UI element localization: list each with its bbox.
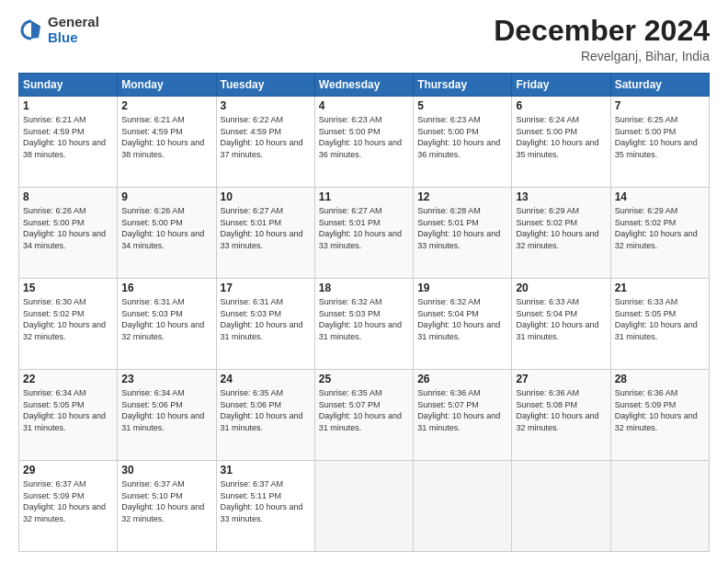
table-row: 17Sunrise: 6:31 AM Sunset: 5:03 PM Dayli… <box>216 279 314 370</box>
day-info: Sunrise: 6:24 AM Sunset: 5:00 PM Dayligh… <box>516 114 606 160</box>
day-info: Sunrise: 6:25 AM Sunset: 5:00 PM Dayligh… <box>615 114 705 160</box>
calendar-week-row: 15Sunrise: 6:30 AM Sunset: 5:02 PM Dayli… <box>19 279 710 370</box>
day-info: Sunrise: 6:29 AM Sunset: 5:02 PM Dayligh… <box>516 205 606 251</box>
table-row: 5Sunrise: 6:23 AM Sunset: 5:00 PM Daylig… <box>414 97 512 188</box>
table-row: 21Sunrise: 6:33 AM Sunset: 5:05 PM Dayli… <box>610 279 709 370</box>
day-info: Sunrise: 6:23 AM Sunset: 5:00 PM Dayligh… <box>319 114 409 160</box>
table-row: 8Sunrise: 6:26 AM Sunset: 5:00 PM Daylig… <box>19 188 118 279</box>
table-row: 20Sunrise: 6:33 AM Sunset: 5:04 PM Dayli… <box>512 279 610 370</box>
table-row: 6Sunrise: 6:24 AM Sunset: 5:00 PM Daylig… <box>512 97 610 188</box>
day-number: 4 <box>319 99 409 112</box>
table-row: 16Sunrise: 6:31 AM Sunset: 5:03 PM Dayli… <box>118 279 216 370</box>
table-row: 29Sunrise: 6:37 AM Sunset: 5:09 PM Dayli… <box>19 461 118 552</box>
table-row: 14Sunrise: 6:29 AM Sunset: 5:02 PM Dayli… <box>610 188 709 279</box>
table-row: 15Sunrise: 6:30 AM Sunset: 5:02 PM Dayli… <box>19 279 118 370</box>
col-tuesday: Tuesday <box>216 74 314 97</box>
table-row: 2Sunrise: 6:21 AM Sunset: 4:59 PM Daylig… <box>118 97 216 188</box>
logo: General Blue <box>18 15 99 45</box>
day-info: Sunrise: 6:30 AM Sunset: 5:02 PM Dayligh… <box>23 296 113 342</box>
day-info: Sunrise: 6:31 AM Sunset: 5:03 PM Dayligh… <box>221 296 311 342</box>
day-number: 24 <box>221 373 311 385</box>
day-number: 12 <box>417 190 507 203</box>
day-info: Sunrise: 6:33 AM Sunset: 5:04 PM Dayligh… <box>516 296 606 342</box>
day-info: Sunrise: 6:35 AM Sunset: 5:06 PM Dayligh… <box>221 387 311 433</box>
day-number: 13 <box>516 190 606 203</box>
logo-general-text: General <box>48 15 99 30</box>
day-number: 17 <box>221 282 311 294</box>
day-number: 27 <box>516 373 606 385</box>
day-number: 8 <box>23 190 113 203</box>
table-row: 11Sunrise: 6:27 AM Sunset: 5:01 PM Dayli… <box>314 188 413 279</box>
calendar-week-row: 1Sunrise: 6:21 AM Sunset: 4:59 PM Daylig… <box>19 97 710 188</box>
calendar-week-row: 22Sunrise: 6:34 AM Sunset: 5:05 PM Dayli… <box>19 370 710 461</box>
day-info: Sunrise: 6:22 AM Sunset: 4:59 PM Dayligh… <box>221 114 311 160</box>
calendar-header-row: Sunday Monday Tuesday Wednesday Thursday… <box>19 74 710 97</box>
day-number: 30 <box>121 464 211 477</box>
day-number: 7 <box>615 99 705 112</box>
table-row: 26Sunrise: 6:36 AM Sunset: 5:07 PM Dayli… <box>414 370 512 461</box>
calendar-week-row: 8Sunrise: 6:26 AM Sunset: 5:00 PM Daylig… <box>19 188 710 279</box>
day-info: Sunrise: 6:34 AM Sunset: 5:05 PM Dayligh… <box>23 387 113 433</box>
logo-icon <box>18 17 44 43</box>
day-number: 22 <box>23 373 113 385</box>
day-number: 2 <box>121 99 211 112</box>
table-row: 30Sunrise: 6:37 AM Sunset: 5:10 PM Dayli… <box>118 461 216 552</box>
day-info: Sunrise: 6:36 AM Sunset: 5:07 PM Dayligh… <box>417 387 507 433</box>
calendar: Sunday Monday Tuesday Wednesday Thursday… <box>18 73 710 552</box>
table-row <box>512 461 610 552</box>
col-monday: Monday <box>118 74 216 97</box>
table-row: 28Sunrise: 6:36 AM Sunset: 5:09 PM Dayli… <box>610 370 709 461</box>
page: General Blue December 2024 Revelganj, Bi… <box>0 0 728 563</box>
day-number: 18 <box>319 282 409 294</box>
table-row: 7Sunrise: 6:25 AM Sunset: 5:00 PM Daylig… <box>610 97 709 188</box>
day-number: 19 <box>417 282 507 294</box>
day-number: 1 <box>23 99 113 112</box>
day-info: Sunrise: 6:21 AM Sunset: 4:59 PM Dayligh… <box>121 114 211 160</box>
day-number: 10 <box>221 190 311 203</box>
table-row <box>414 461 512 552</box>
table-row: 4Sunrise: 6:23 AM Sunset: 5:00 PM Daylig… <box>314 97 413 188</box>
header: General Blue December 2024 Revelganj, Bi… <box>18 15 710 63</box>
day-info: Sunrise: 6:21 AM Sunset: 4:59 PM Dayligh… <box>23 114 113 160</box>
day-number: 6 <box>516 99 606 112</box>
table-row: 18Sunrise: 6:32 AM Sunset: 5:03 PM Dayli… <box>314 279 413 370</box>
table-row: 19Sunrise: 6:32 AM Sunset: 5:04 PM Dayli… <box>414 279 512 370</box>
table-row: 25Sunrise: 6:35 AM Sunset: 5:07 PM Dayli… <box>314 370 413 461</box>
day-number: 5 <box>417 99 507 112</box>
day-info: Sunrise: 6:32 AM Sunset: 5:04 PM Dayligh… <box>417 296 507 342</box>
table-row <box>610 461 709 552</box>
table-row: 31Sunrise: 6:37 AM Sunset: 5:11 PM Dayli… <box>216 461 314 552</box>
day-info: Sunrise: 6:26 AM Sunset: 5:00 PM Dayligh… <box>121 205 211 251</box>
table-row <box>314 461 413 552</box>
day-number: 11 <box>319 190 409 203</box>
day-number: 26 <box>417 373 507 385</box>
location: Revelganj, Bihar, India <box>494 49 710 63</box>
day-number: 29 <box>23 464 113 477</box>
day-info: Sunrise: 6:26 AM Sunset: 5:00 PM Dayligh… <box>23 205 113 251</box>
day-info: Sunrise: 6:37 AM Sunset: 5:10 PM Dayligh… <box>121 478 211 524</box>
day-number: 31 <box>221 464 311 477</box>
day-info: Sunrise: 6:35 AM Sunset: 5:07 PM Dayligh… <box>319 387 409 433</box>
day-number: 3 <box>221 99 311 112</box>
table-row: 27Sunrise: 6:36 AM Sunset: 5:08 PM Dayli… <box>512 370 610 461</box>
table-row: 13Sunrise: 6:29 AM Sunset: 5:02 PM Dayli… <box>512 188 610 279</box>
col-thursday: Thursday <box>414 74 512 97</box>
col-friday: Friday <box>512 74 610 97</box>
day-info: Sunrise: 6:36 AM Sunset: 5:08 PM Dayligh… <box>516 387 606 433</box>
day-info: Sunrise: 6:23 AM Sunset: 5:00 PM Dayligh… <box>417 114 507 160</box>
table-row: 10Sunrise: 6:27 AM Sunset: 5:01 PM Dayli… <box>216 188 314 279</box>
day-number: 16 <box>121 282 211 294</box>
day-info: Sunrise: 6:36 AM Sunset: 5:09 PM Dayligh… <box>615 387 705 433</box>
day-number: 21 <box>615 282 705 294</box>
day-number: 15 <box>23 282 113 294</box>
day-info: Sunrise: 6:27 AM Sunset: 5:01 PM Dayligh… <box>221 205 311 251</box>
day-number: 9 <box>121 190 211 203</box>
day-info: Sunrise: 6:28 AM Sunset: 5:01 PM Dayligh… <box>417 205 507 251</box>
table-row: 24Sunrise: 6:35 AM Sunset: 5:06 PM Dayli… <box>216 370 314 461</box>
table-row: 9Sunrise: 6:26 AM Sunset: 5:00 PM Daylig… <box>118 188 216 279</box>
day-number: 28 <box>615 373 705 385</box>
title-area: December 2024 Revelganj, Bihar, India <box>494 15 710 63</box>
day-number: 23 <box>121 373 211 385</box>
day-number: 25 <box>319 373 409 385</box>
day-info: Sunrise: 6:27 AM Sunset: 5:01 PM Dayligh… <box>319 205 409 251</box>
